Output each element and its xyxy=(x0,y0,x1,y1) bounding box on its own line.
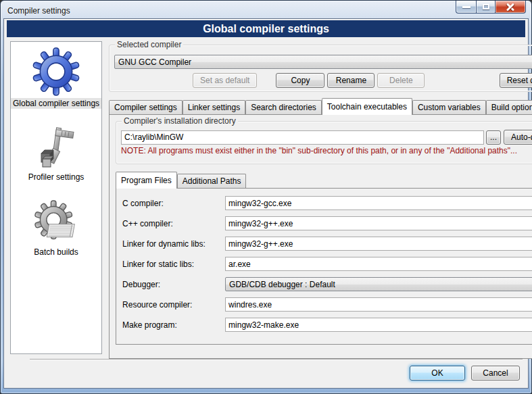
cancel-button[interactable]: Cancel xyxy=(471,366,520,380)
close-icon xyxy=(506,3,514,11)
field-label: Resource compiler: xyxy=(122,300,225,310)
program-files-panel: C compiler: ... C++ compiler: ... Linker… xyxy=(116,188,532,345)
field-row-cpp-compiler: C++ compiler: ... xyxy=(122,216,532,230)
sidebar-item-label: Batch builds xyxy=(32,247,80,257)
field-row-static-linker: Linker for static libs: ... xyxy=(122,257,532,271)
sidebar-item-batch-builds[interactable]: Batch builds xyxy=(32,200,80,257)
caliper-icon xyxy=(34,126,78,170)
titlebar[interactable]: Compiler settings xyxy=(1,1,531,18)
group-legend: Compiler's installation directory xyxy=(122,116,238,126)
gray-gear-papers-icon xyxy=(34,200,78,245)
tab-program-files[interactable]: Program Files xyxy=(116,172,177,188)
cpp-compiler-input[interactable] xyxy=(225,216,532,230)
static-linker-input[interactable] xyxy=(225,257,532,271)
tab-build-options[interactable]: Build options xyxy=(486,100,532,114)
settings-category-list: Global compiler settings xyxy=(10,41,102,354)
footer-divider xyxy=(30,359,523,360)
maximize-icon xyxy=(483,4,489,9)
installation-directory-group: Compiler's installation directory ... Au… xyxy=(116,121,532,164)
compiler-select[interactable]: GNU GCC Compiler ▼ xyxy=(114,55,532,69)
group-legend: Selected compiler xyxy=(115,40,183,49)
compiler-settings-window: Compiler settings Global compiler settin… xyxy=(0,0,532,394)
c-compiler-input[interactable] xyxy=(225,196,532,210)
delete-button[interactable]: Delete xyxy=(377,73,425,88)
toolchain-executables-panel: Compiler's installation directory ... Au… xyxy=(109,114,532,359)
browse-directory-button[interactable]: ... xyxy=(486,130,501,145)
ok-button[interactable]: OK xyxy=(410,366,465,380)
field-label: Linker for dynamic libs: xyxy=(122,239,225,249)
rename-button[interactable]: Rename xyxy=(327,73,374,88)
page-title: Global compiler settings xyxy=(7,20,525,37)
auto-detect-button[interactable]: Auto-detect xyxy=(504,130,532,145)
dynamic-linker-input[interactable] xyxy=(225,237,532,251)
program-files-tabstrip: Program Files Additional Paths xyxy=(116,172,532,188)
resource-compiler-input[interactable] xyxy=(225,297,532,312)
field-label: C++ compiler: xyxy=(122,219,225,228)
minimize-icon xyxy=(462,6,470,8)
tab-custom-variables[interactable]: Custom variables xyxy=(412,100,486,114)
copy-button[interactable]: Copy xyxy=(276,73,324,88)
reset-defaults-button[interactable]: Reset defaults xyxy=(500,73,532,88)
minimize-button[interactable] xyxy=(456,1,476,14)
tab-search-directories[interactable]: Search directories xyxy=(245,100,322,114)
sidebar-item-profiler-settings[interactable]: Profiler settings xyxy=(26,126,87,182)
field-row-make-program: Make program: ... xyxy=(122,318,532,332)
field-label: Debugger: xyxy=(122,280,225,289)
tab-compiler-settings[interactable]: Compiler settings xyxy=(109,100,183,114)
make-program-input[interactable] xyxy=(225,318,532,332)
sidebar-item-global-compiler-settings[interactable]: Global compiler settings xyxy=(11,47,101,109)
debugger-select[interactable]: GDB/CDB debugger : Default ▼ xyxy=(225,277,532,291)
window-title: Compiler settings xyxy=(7,6,70,16)
set-as-default-button[interactable]: Set as default xyxy=(193,73,257,88)
blue-gear-icon xyxy=(32,47,80,96)
selected-compiler-group: Selected compiler GNU GCC Compiler ▼ Set… xyxy=(109,45,532,92)
dialog-footer: OK Cancel xyxy=(4,359,528,388)
field-row-debugger: Debugger: GDB/CDB debugger : Default ▼ xyxy=(122,277,532,291)
debugger-select-value: GDB/CDB debugger : Default xyxy=(229,280,532,289)
install-directory-input[interactable] xyxy=(121,130,484,145)
maximize-button[interactable] xyxy=(476,1,495,14)
bin-subdirectory-note: NOTE: All programs must exist either in … xyxy=(121,146,532,155)
field-row-resource-compiler: Resource compiler: ... xyxy=(122,297,532,312)
compiler-select-value: GNU GCC Compiler xyxy=(118,57,532,67)
field-label: Make program: xyxy=(122,320,225,330)
close-button[interactable] xyxy=(495,1,526,14)
sidebar-item-label: Profiler settings xyxy=(26,172,87,182)
tab-toolchain-executables[interactable]: Toolchain executables xyxy=(322,98,412,114)
tab-additional-paths[interactable]: Additional Paths xyxy=(177,174,247,188)
tab-linker-settings[interactable]: Linker settings xyxy=(183,100,245,114)
field-row-dynamic-linker: Linker for dynamic libs: ... xyxy=(122,237,532,251)
settings-tabstrip: Compiler settings Linker settings Search… xyxy=(109,98,532,114)
sidebar-item-label: Global compiler settings xyxy=(11,98,101,109)
dialog-client-area: Global compiler settings xyxy=(3,18,529,389)
field-label: C compiler: xyxy=(122,199,225,208)
field-row-c-compiler: C compiler: ... xyxy=(122,196,532,210)
field-label: Linker for static libs: xyxy=(122,260,225,269)
